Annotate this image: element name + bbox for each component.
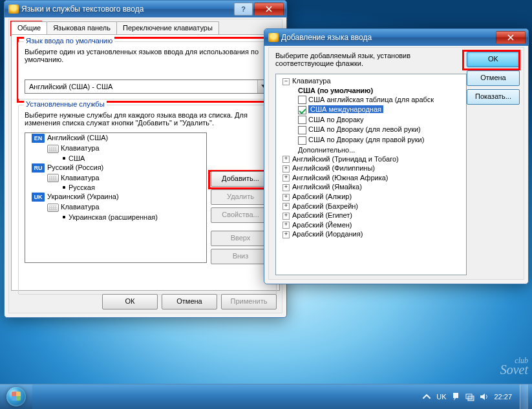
group-legend: Язык ввода по умолчанию — [24, 37, 114, 45]
group-installed-services: Установленные службы Выберите нужные слу… — [18, 105, 277, 295]
language-tree[interactable]: −КлавиатураСША (по умолчанию)США английс… — [275, 74, 467, 275]
expand-icon[interactable]: + — [282, 203, 290, 210]
combo-value: Английский (США) - США — [25, 83, 257, 90]
svg-rect-1 — [468, 396, 474, 401]
ok-button[interactable]: OK — [467, 52, 520, 67]
lang-badge-icon: UK — [32, 193, 45, 202]
keyboard-node[interactable]: Клавиатура — [25, 143, 206, 154]
properties-button[interactable]: Свойства... — [211, 207, 270, 223]
expand-icon[interactable]: + — [282, 222, 290, 229]
installed-desc: Выберите нужные службы для каждого языка… — [25, 111, 270, 127]
bullet-icon — [63, 186, 65, 189]
expand-icon[interactable]: + — [282, 184, 290, 191]
layout-node[interactable]: Украинская (расширенная) — [25, 213, 206, 222]
titlebar[interactable]: Добавление языка ввода — [264, 29, 528, 46]
language-node[interactable]: +Английский (Тринидад и Тобаго) — [276, 154, 466, 164]
language-node[interactable]: RUРусский (Россия) — [25, 163, 206, 173]
close-button[interactable] — [254, 3, 284, 16]
add-button[interactable]: Добавить... — [211, 171, 270, 187]
checkbox[interactable] — [298, 136, 306, 145]
language-node[interactable]: +Арабский (Алжир) — [276, 192, 466, 202]
clock[interactable]: 22:27 — [494, 393, 512, 401]
move-up-button[interactable]: Вверх — [211, 231, 270, 246]
checkbox[interactable] — [298, 116, 306, 124]
volume-icon[interactable] — [480, 392, 489, 401]
tab-switch-kb[interactable]: Переключение клавиатуры — [116, 21, 219, 34]
layout-option[interactable]: США по Двораку (для левой руки) — [276, 125, 466, 135]
cancel-button[interactable]: Отмена — [467, 70, 520, 86]
delete-button[interactable]: Удалить — [211, 189, 270, 205]
language-node[interactable]: +Арабский (Египет) — [276, 211, 466, 220]
taskbar[interactable]: UK 22:27 — [0, 384, 532, 409]
tab-general[interactable]: Общие — [11, 21, 47, 34]
keyboard-icon — [47, 174, 59, 182]
expand-icon[interactable]: + — [282, 156, 290, 163]
expand-icon[interactable]: + — [282, 165, 290, 173]
window-languages-services: Языки и службы текстового ввода ? Общие … — [4, 0, 287, 318]
language-node[interactable]: +Арабский (Иордания) — [276, 229, 466, 239]
bullet-icon — [63, 216, 65, 218]
show-desktop-button[interactable] — [520, 384, 528, 409]
window-add-input-language: Добавление языка ввода Выберите добавляе… — [264, 28, 529, 284]
dialog-buttons: ОК Отмена Применить — [102, 294, 277, 309]
layout-more[interactable]: Дополнительно... — [276, 145, 466, 154]
layout-node[interactable]: США — [25, 154, 206, 163]
installed-languages-tree[interactable]: ENАнглийский (США)КлавиатураСШАRUРусский… — [25, 132, 207, 263]
watermark: club Sovet — [500, 356, 528, 374]
network-icon[interactable] — [465, 392, 474, 401]
layout-option[interactable]: США международная — [276, 105, 466, 115]
lang-badge-icon: EN — [32, 134, 45, 143]
checkbox[interactable] — [298, 106, 306, 114]
tab-strip: Общие Языковая панель Переключение клави… — [11, 21, 282, 34]
close-button[interactable] — [496, 31, 526, 44]
group-legend: Установленные службы — [24, 100, 107, 108]
client-area: Выберите добавляемый язык, установив соо… — [268, 47, 524, 280]
client-area: Общие Языковая панель Переключение клави… — [8, 19, 282, 313]
language-node[interactable]: ENАнглийский (США) — [25, 133, 206, 143]
cancel-button[interactable]: Отмена — [162, 294, 217, 309]
expand-icon[interactable]: + — [282, 174, 290, 182]
expand-icon[interactable]: + — [282, 213, 290, 220]
bullet-icon — [63, 157, 65, 160]
language-node[interactable]: +Арабский (Бахрейн) — [276, 202, 466, 211]
language-node[interactable]: +Арабский (Йемен) — [276, 220, 466, 230]
window-title: Добавление языка ввода — [281, 33, 372, 42]
language-node[interactable]: +Английский (Южная Африка) — [276, 173, 466, 183]
tab-page-general: Язык ввода по умолчанию Выберите один из… — [11, 34, 280, 291]
group-default-language: Язык ввода по умолчанию Выберите один из… — [18, 41, 277, 100]
apply-button[interactable]: Применить — [221, 294, 277, 309]
expand-icon[interactable]: + — [282, 231, 290, 238]
tab-lang-panel[interactable]: Языковая панель — [47, 21, 117, 34]
window-title: Языки и службы текстового ввода — [21, 5, 144, 14]
right-buttons: OK Отмена Показать... — [467, 52, 518, 108]
keyboard-node[interactable]: Клавиатура — [25, 202, 206, 213]
layout-node[interactable]: Русская — [25, 183, 206, 192]
titlebar[interactable]: Языки и службы текстового ввода ? — [5, 1, 286, 17]
collapse-icon[interactable]: − — [282, 78, 290, 85]
layout-default[interactable]: США (по умолчанию) — [276, 86, 466, 95]
desktop: Языки и службы текстового ввода ? Общие … — [0, 0, 532, 409]
windows-orb-icon — [6, 387, 26, 406]
keyboard-node[interactable]: Клавиатура — [25, 173, 206, 184]
default-language-combo[interactable]: Английский (США) - США — [25, 79, 270, 94]
help-button[interactable]: ? — [234, 3, 253, 16]
checkbox[interactable] — [298, 96, 306, 104]
action-center-icon[interactable] — [451, 392, 460, 401]
system-tray[interactable]: UK 22:27 — [422, 384, 532, 409]
ok-button[interactable]: ОК — [102, 294, 158, 309]
keyboard-root[interactable]: −Клавиатура — [276, 76, 466, 86]
layout-option[interactable]: США по Двораку — [276, 115, 466, 125]
keyboard-icon — [47, 204, 59, 212]
expand-icon[interactable]: + — [282, 194, 290, 201]
input-indicator[interactable]: UK — [436, 393, 446, 401]
chevron-up-icon[interactable] — [422, 392, 431, 401]
layout-option[interactable]: США по Двораку (для правой руки) — [276, 135, 466, 145]
language-node[interactable]: +Английский (Филиппины) — [276, 163, 466, 173]
checkbox[interactable] — [298, 126, 306, 134]
show-button[interactable]: Показать... — [467, 89, 520, 105]
layout-option[interactable]: США английская таблица (для арабск — [276, 95, 466, 105]
move-down-button[interactable]: Вниз — [211, 249, 270, 264]
language-node[interactable]: +Английский (Ямайка) — [276, 182, 466, 192]
start-button[interactable] — [0, 384, 32, 409]
language-node[interactable]: UKУкраинский (Украина) — [25, 192, 206, 202]
